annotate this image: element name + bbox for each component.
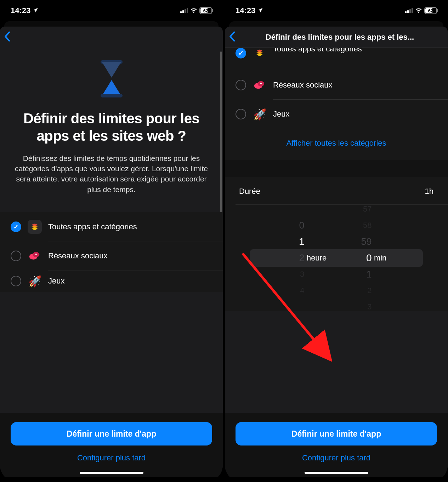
back-button[interactable] bbox=[229, 30, 240, 45]
category-row-all[interactable]: ✓ Toutes apps et catégories bbox=[236, 48, 448, 71]
bottom-bar: Définir une limite d'app Configurer plus… bbox=[225, 413, 448, 477]
left-phone: 14:23 62 bbox=[0, 0, 223, 482]
hour-picker-column[interactable]: 0 1 2 3 4 heure bbox=[269, 205, 336, 311]
checkbox-empty-icon[interactable] bbox=[236, 109, 246, 119]
configure-later-link[interactable]: Configurer plus tard bbox=[11, 453, 212, 463]
hour-unit-label: heure bbox=[307, 253, 327, 263]
status-time: 14:23 bbox=[11, 6, 30, 15]
location-icon bbox=[257, 6, 263, 15]
bottom-bar: Définir une limite d'app Configurer plus… bbox=[0, 413, 223, 477]
hero-section: Définir des limites pour les apps et les… bbox=[0, 48, 223, 205]
rocket-icon: 🚀 bbox=[253, 107, 267, 121]
minute-unit-label: min bbox=[374, 253, 386, 263]
wifi-icon bbox=[190, 6, 197, 15]
category-label: Toutes apps et catégories bbox=[48, 212, 223, 241]
battery-indicator: 62 bbox=[424, 7, 437, 14]
modal-sheet: Définir des limites pour les apps et les… bbox=[0, 27, 223, 477]
show-all-categories-link[interactable]: Afficher toutes les catégories bbox=[225, 129, 448, 160]
checkbox-checked-icon[interactable]: ✓ bbox=[236, 48, 246, 58]
cellular-icon bbox=[180, 8, 188, 13]
svg-text:♥: ♥ bbox=[35, 252, 37, 256]
status-bar: 14:23 62 bbox=[225, 0, 448, 21]
cellular-icon bbox=[405, 8, 413, 13]
checkbox-empty-icon[interactable] bbox=[11, 251, 21, 261]
rocket-icon: 🚀 bbox=[28, 274, 42, 288]
checkbox-empty-icon[interactable] bbox=[11, 276, 21, 286]
home-indicator[interactable] bbox=[80, 472, 143, 474]
nav-title: Définir des limites pour les apps et les… bbox=[246, 33, 433, 42]
chat-icon: ♥ bbox=[28, 249, 42, 263]
location-icon bbox=[33, 6, 38, 15]
right-phone: 14:23 62 Définir des limites pour les ap… bbox=[225, 0, 448, 482]
stack-icon bbox=[253, 48, 267, 60]
scroll-area[interactable]: ✓ Toutes apps et catégories ♥ Réseaux so… bbox=[225, 48, 448, 402]
category-label: Réseaux sociaux bbox=[48, 241, 223, 270]
svg-text:♥: ♥ bbox=[260, 82, 262, 85]
category-row-games[interactable]: 🚀 Jeux bbox=[11, 270, 223, 292]
checkbox-empty-icon[interactable] bbox=[236, 80, 246, 90]
category-row-social[interactable]: ♥ Réseaux sociaux bbox=[236, 71, 448, 100]
category-row-social[interactable]: ♥ Réseaux sociaux bbox=[11, 241, 223, 270]
battery-indicator: 62 bbox=[199, 7, 212, 14]
back-button[interactable] bbox=[4, 30, 15, 45]
duration-section: Durée 1h 0 1 2 3 4 heure bbox=[225, 177, 448, 311]
page-title: Définir des limites pour les apps et les… bbox=[11, 110, 212, 145]
status-time: 14:23 bbox=[236, 6, 255, 15]
duration-label: Durée bbox=[239, 187, 260, 196]
set-limit-button[interactable]: Définir une limite d'app bbox=[236, 422, 437, 445]
checkbox-checked-icon[interactable]: ✓ bbox=[11, 222, 21, 232]
page-subtitle: Définissez des limites de temps quotidie… bbox=[11, 153, 212, 195]
time-picker[interactable]: 0 1 2 3 4 heure 57 58 59 0 bbox=[225, 205, 448, 311]
set-limit-button[interactable]: Définir une limite d'app bbox=[11, 422, 212, 445]
status-bar: 14:23 62 bbox=[0, 0, 223, 21]
hourglass-icon bbox=[99, 62, 124, 96]
stack-icon bbox=[28, 220, 42, 234]
category-label: Toutes apps et catégories bbox=[273, 48, 448, 62]
chat-icon: ♥ bbox=[253, 78, 267, 92]
duration-value: 1h bbox=[425, 187, 433, 196]
category-row-all[interactable]: ✓ Toutes apps et catégories bbox=[11, 212, 223, 241]
category-label: Jeux bbox=[273, 100, 448, 129]
category-label: Jeux bbox=[48, 270, 223, 292]
scroll-area[interactable]: Définir des limites pour les apps et les… bbox=[0, 48, 223, 402]
configure-later-link[interactable]: Configurer plus tard bbox=[236, 453, 437, 463]
category-row-games[interactable]: 🚀 Jeux bbox=[236, 100, 448, 129]
category-label: Réseaux sociaux bbox=[273, 71, 448, 100]
minute-picker-column[interactable]: 57 58 59 0 1 2 3 min bbox=[336, 205, 404, 311]
category-list: ✓ Toutes apps et catégories ♥ Réseaux so… bbox=[0, 212, 223, 292]
wifi-icon bbox=[415, 6, 422, 15]
modal-sheet: Définir des limites pour les apps et les… bbox=[225, 27, 448, 477]
home-indicator[interactable] bbox=[305, 472, 368, 474]
category-list: ✓ Toutes apps et catégories ♥ Réseaux so… bbox=[225, 48, 448, 129]
